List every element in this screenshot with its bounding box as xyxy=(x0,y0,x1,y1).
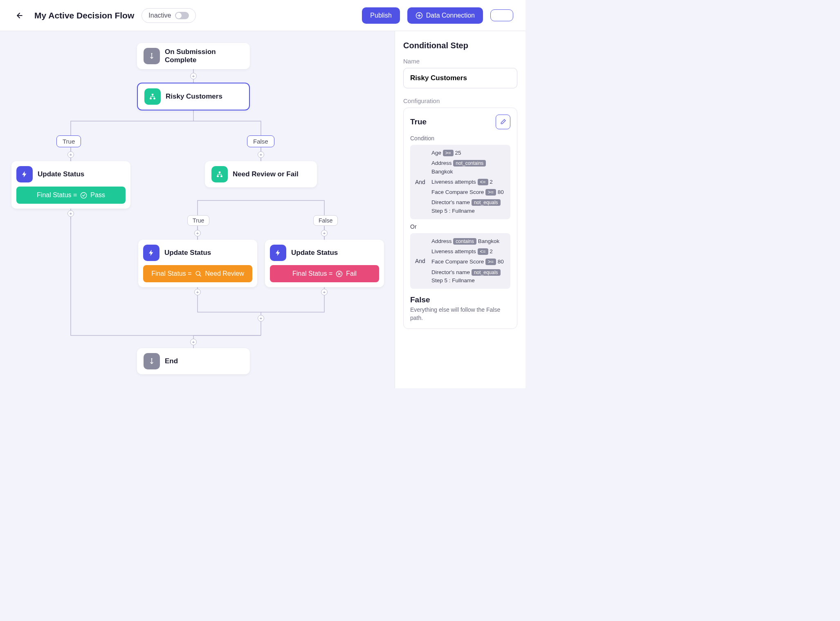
node-end[interactable]: End xyxy=(137,348,250,374)
name-label: Name xyxy=(403,58,517,65)
config-box: True Condition And Age >= 25 Address not… xyxy=(403,108,517,329)
add-node-button[interactable]: + xyxy=(321,230,328,236)
svg-point-9 xyxy=(151,53,153,54)
status-review-bar: Final Status = Need Review xyxy=(143,265,252,282)
sidebar-title: Conditional Step xyxy=(403,41,517,50)
condition-line: Face Compare Score >= 80 xyxy=(431,258,505,266)
add-node-button[interactable]: + xyxy=(258,315,264,322)
condition-line: Age >= 25 xyxy=(431,149,505,157)
condition-line: Address contains Bangkok xyxy=(431,237,505,245)
add-node-button[interactable]: + xyxy=(67,151,74,158)
header: My Active Decision Flow Inactive Publish… xyxy=(0,0,526,31)
svg-rect-14 xyxy=(219,171,221,173)
page-title: My Active Decision Flow xyxy=(34,11,134,20)
add-node-button[interactable]: + xyxy=(258,151,264,158)
data-connection-button[interactable]: Data Connection xyxy=(407,7,483,24)
more-button[interactable] xyxy=(490,9,513,21)
node-title: On Submission Complete xyxy=(165,48,243,64)
node-title: Update Status xyxy=(164,249,211,257)
condition-line: Face Compare Score >= 80 xyxy=(431,188,505,196)
add-node-button[interactable]: + xyxy=(321,289,328,295)
arrow-left-icon xyxy=(16,11,24,20)
node-title: Risky Customers xyxy=(166,92,222,101)
branch-true-label[interactable]: True xyxy=(56,135,81,147)
branch-false-label[interactable]: False xyxy=(247,135,274,147)
edit-button[interactable] xyxy=(496,115,510,129)
svg-rect-12 xyxy=(153,98,155,99)
add-node-button[interactable]: + xyxy=(190,73,197,79)
condition-line: Liveness attempts <= 2 xyxy=(431,248,505,256)
add-node-button[interactable]: + xyxy=(194,230,201,236)
add-node-button[interactable]: + xyxy=(190,339,197,345)
name-input[interactable] xyxy=(403,68,517,88)
lightning-icon xyxy=(270,245,286,261)
add-node-button[interactable]: + xyxy=(194,289,201,295)
add-node-button[interactable]: + xyxy=(67,210,74,217)
start-icon xyxy=(144,48,160,64)
end-icon xyxy=(144,353,160,369)
condition-line: Director's name not_equals Step 5 : Full… xyxy=(431,198,505,215)
or-operator: Or xyxy=(410,223,510,230)
status-pass-bar: Final Status = Pass xyxy=(16,187,126,204)
svg-rect-16 xyxy=(220,176,222,177)
search-icon xyxy=(195,270,202,277)
pencil-icon xyxy=(500,119,506,125)
status-toggle[interactable] xyxy=(175,12,189,19)
svg-rect-11 xyxy=(150,98,152,99)
branch-false-label[interactable]: False xyxy=(313,215,338,226)
node-title: End xyxy=(165,357,178,365)
flow-canvas[interactable]: On Submission Complete + Risky Customers… xyxy=(0,31,395,388)
status-text: Inactive xyxy=(148,12,171,19)
condition-block-1: And Age >= 25 Address not_contains Bangk… xyxy=(410,145,510,219)
node-title: Update Status xyxy=(38,170,84,178)
status-fail-bar: Final Status = Fail xyxy=(270,265,379,282)
svg-rect-10 xyxy=(152,94,154,95)
x-circle-icon xyxy=(336,270,343,277)
false-heading: False xyxy=(410,295,510,304)
condition-block-2: And Address contains Bangkok Liveness at… xyxy=(410,233,510,289)
status-pill: Inactive xyxy=(141,8,196,23)
and-operator: And xyxy=(415,258,427,264)
plus-circle-icon xyxy=(416,12,423,19)
svg-point-13 xyxy=(81,192,87,198)
lightning-icon xyxy=(16,166,33,182)
sidebar: Conditional Step Name Configuration True… xyxy=(395,31,526,388)
node-title: Update Status xyxy=(291,249,338,257)
node-update-status-review[interactable]: Update Status Final Status = Need Review xyxy=(138,240,257,287)
svg-point-19 xyxy=(151,358,153,360)
node-risky-customers[interactable]: Risky Customers xyxy=(137,83,250,110)
config-label: Configuration xyxy=(403,97,517,104)
false-description: Everything else will follow the False pa… xyxy=(410,306,510,322)
condition-line: Liveness attempts <= 2 xyxy=(431,178,505,186)
branch-icon xyxy=(211,166,228,182)
true-heading: True xyxy=(410,117,427,126)
svg-rect-15 xyxy=(217,176,219,177)
branch-icon xyxy=(144,88,161,105)
node-start[interactable]: On Submission Complete xyxy=(137,43,250,69)
back-button[interactable] xyxy=(12,8,27,23)
condition-line: Address not_contains Bangkok xyxy=(431,159,505,176)
node-update-status-fail[interactable]: Update Status Final Status = Fail xyxy=(265,240,384,287)
branch-true-label[interactable]: True xyxy=(187,215,209,226)
publish-button[interactable]: Publish xyxy=(362,7,400,24)
node-title: Need Review or Fail xyxy=(233,170,299,178)
condition-label: Condition xyxy=(410,135,510,142)
and-operator: And xyxy=(415,179,427,185)
node-update-status-pass[interactable]: Update Status Final Status = Pass xyxy=(11,161,130,209)
node-need-review[interactable]: Need Review or Fail xyxy=(205,161,317,187)
lightning-icon xyxy=(143,245,159,261)
condition-line: Director's name not_equals Step 5 : Full… xyxy=(431,268,505,285)
check-circle-icon xyxy=(80,192,87,199)
